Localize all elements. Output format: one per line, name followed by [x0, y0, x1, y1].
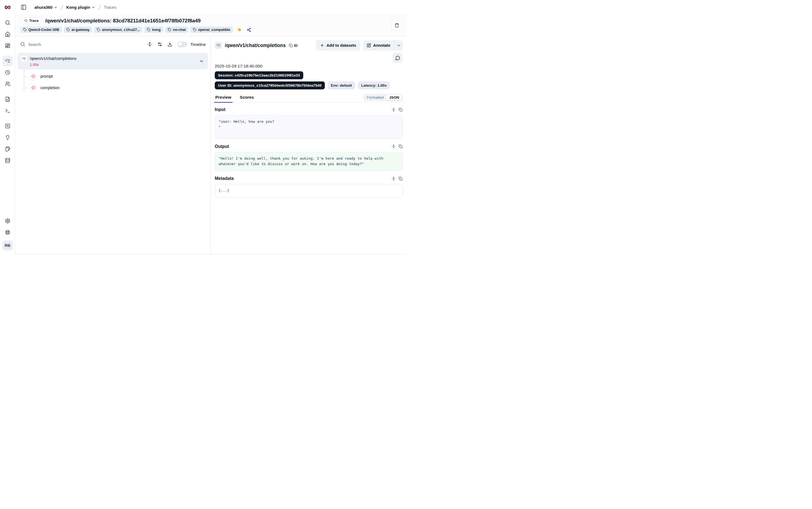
user-avatar[interactable]: RB	[2, 240, 13, 251]
copy-section-button[interactable]	[399, 108, 403, 112]
tag-icon	[193, 28, 196, 31]
sidebar-item-dashboards[interactable]	[2, 40, 13, 51]
metadata-content[interactable]: {...}	[215, 184, 403, 197]
session-badge[interactable]: Session: c42fca19b75e13aac2b2106610f81e3…	[215, 71, 303, 79]
output-section-title: Output	[215, 144, 229, 149]
breadcrumb-page[interactable]: Traces	[104, 5, 116, 9]
trace-timestamp: 2025-10-29 17:18:40.000	[210, 63, 406, 69]
copy-id-icon[interactable]	[289, 43, 293, 47]
format-option-json[interactable]: JSON	[386, 95, 402, 100]
observation-badge	[30, 84, 37, 92]
tag-icon	[97, 28, 100, 31]
collapse-all-button[interactable]	[147, 42, 152, 47]
sidebar: RB	[0, 0, 15, 254]
sidebar-item-settings[interactable]	[2, 216, 13, 226]
bookmark-star-icon[interactable]	[237, 27, 242, 32]
breadcrumb-separator	[98, 5, 101, 10]
tree-node-root[interactable]: /qwen/v1/chat/completions 1.00s	[17, 53, 208, 69]
sidebar-item-annotation[interactable]	[2, 144, 13, 154]
app-logo-icon[interactable]	[4, 3, 12, 11]
chevron-down-icon	[397, 43, 401, 47]
search-icon	[5, 20, 10, 26]
tab-preview[interactable]: Preview	[215, 94, 232, 103]
detail-tabs: Preview Scores Formatted JSON	[210, 94, 406, 103]
home-icon	[5, 31, 10, 37]
clock-icon	[5, 70, 10, 75]
breadcrumb-separator	[61, 5, 63, 10]
square-pen-icon	[367, 43, 371, 47]
delete-trace-button[interactable]	[391, 20, 402, 31]
sidebar-item-sessions[interactable]	[2, 67, 13, 78]
tree-node-duration: 1.00s	[30, 63, 205, 67]
comments-button[interactable]	[393, 53, 403, 63]
sidebar-item-evaluation[interactable]	[2, 121, 13, 131]
trace-type-badge: Trace	[21, 17, 41, 24]
user-id-badge[interactable]: User ID: anonymous_c1fca2795bbedc5f36678…	[215, 81, 325, 90]
annotate-dropdown-button[interactable]	[395, 40, 403, 50]
view-settings-button[interactable]	[157, 42, 162, 47]
tag-chip[interactable]: kong	[145, 27, 163, 33]
sidebar-toggle-button[interactable]	[20, 3, 28, 11]
sidebar-item-home[interactable]	[2, 29, 13, 39]
tag-label: openai_compatible	[198, 28, 230, 32]
copy-section-button[interactable]	[399, 144, 403, 148]
search-icon	[20, 42, 25, 47]
annotate-button[interactable]: Annotate	[363, 40, 394, 50]
fan-icon	[31, 86, 36, 90]
tag-icon	[168, 28, 171, 31]
plus-icon	[320, 43, 324, 47]
download-button[interactable]	[168, 42, 173, 47]
breadcrumb-org-label: ahura360	[34, 5, 52, 9]
annotate-label: Annotate	[373, 43, 391, 47]
tag-label: anonymous_c1fca27...	[102, 28, 140, 32]
share-icon[interactable]	[247, 28, 251, 32]
tag-label: Qwen3-Coder:30B	[28, 28, 59, 32]
input-section-title: Input	[215, 107, 225, 112]
sidebar-item-playground[interactable]	[2, 105, 13, 116]
tag-chip[interactable]: openai_compatible	[190, 27, 233, 33]
sidebar-item-traces[interactable]	[2, 56, 13, 66]
search-input[interactable]: Search	[20, 42, 147, 47]
sidebar-item-users[interactable]	[2, 79, 13, 89]
tab-scores[interactable]: Scores	[239, 94, 255, 103]
sidebar-item-datasets[interactable]	[2, 155, 13, 166]
detail-sections: Input "user: Hello, how are you? " Outpu…	[210, 103, 406, 203]
chevron-down-icon[interactable]	[199, 59, 204, 63]
sliders-icon	[157, 42, 162, 47]
metadata-section: Metadata {...}	[215, 176, 403, 197]
app-root: RB ahura360 Kong plugin Traces Trace /qw…	[0, 0, 406, 254]
list-tree-icon	[22, 57, 26, 60]
sidebar-item-support[interactable]	[2, 227, 13, 238]
add-to-datasets-button[interactable]: Add to datasets	[316, 40, 360, 50]
copy-section-button[interactable]	[399, 177, 403, 181]
sidebar-item-search[interactable]	[2, 18, 13, 28]
tree-node-prompt[interactable]: prompt	[17, 71, 208, 82]
tree-toolbar: Search Timeline	[15, 36, 210, 52]
copy-icon	[399, 144, 403, 148]
fold-vertical-icon	[392, 144, 396, 148]
tree-node-completion[interactable]: completion	[17, 82, 208, 94]
fan-icon	[31, 74, 36, 78]
trash-icon	[395, 23, 399, 28]
collapse-section-button[interactable]	[392, 108, 396, 112]
tag-chip[interactable]: Qwen3-Coder:30B	[21, 27, 62, 33]
tree-node-name: completion	[40, 86, 60, 90]
collapse-section-button[interactable]	[392, 144, 396, 148]
format-option-formatted[interactable]: Formatted	[364, 95, 386, 100]
breadcrumb-project[interactable]: Kong plugin	[66, 5, 95, 9]
sidebar-item-prompts[interactable]	[2, 94, 13, 104]
database-icon	[5, 158, 10, 163]
copy-icon	[399, 177, 403, 181]
tag-chip[interactable]: no-chat	[165, 27, 188, 33]
breadcrumb-org[interactable]: ahura360	[34, 5, 58, 9]
sidebar-item-evaluators[interactable]	[2, 132, 13, 143]
tag-chip[interactable]: anonymous_c1fca27...	[94, 27, 142, 33]
collapse-section-button[interactable]	[392, 177, 396, 181]
detail-header: /qwen/v1/chat/completions ID Add to data…	[210, 36, 406, 50]
search-placeholder: Search	[28, 42, 41, 47]
output-section: Output "Hello! I'm doing well, thank you…	[215, 144, 403, 171]
timeline-label: Timeline	[190, 42, 206, 47]
timeline-toggle[interactable]	[178, 41, 187, 47]
trace-tree-panel: Search Timeline /qwen/v1/chat/c	[15, 36, 210, 254]
tag-chip[interactable]: ai-gateway	[64, 27, 92, 33]
